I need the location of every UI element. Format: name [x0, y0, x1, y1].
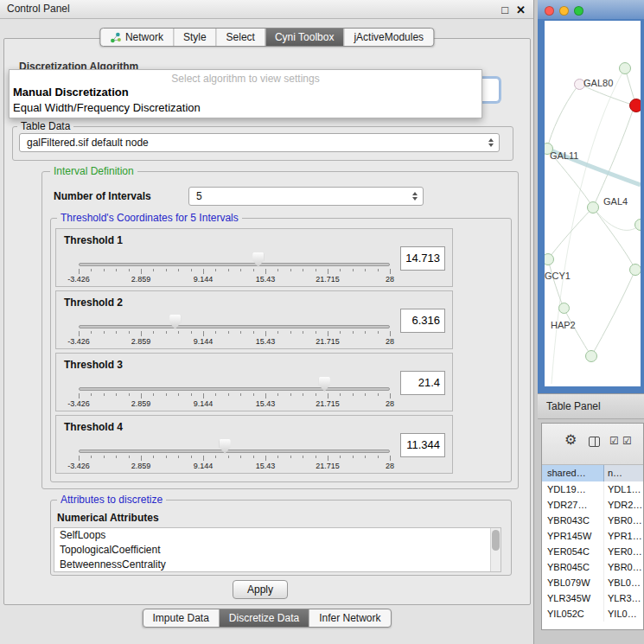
tab-discretize-data[interactable]: Discretize Data: [219, 609, 309, 627]
table-cell: YPR145W: [542, 528, 604, 544]
combo-stepper-icon: [409, 188, 420, 205]
threshold-slider-track[interactable]: [79, 387, 390, 391]
attributes-group-title: Attributes to discretize: [57, 494, 166, 506]
control-panel-titlebar: Control Panel □ ✕: [0, 0, 533, 19]
network-canvas[interactable]: GAL80 GAL11 GAL4 GCY1 HAP2: [545, 21, 641, 386]
threshold-value-field[interactable]: 11.344: [400, 433, 445, 457]
table-cell: YLR345W: [542, 590, 604, 606]
attributes-scrollbar[interactable]: [490, 528, 501, 571]
threshold-value-field[interactable]: 14.713: [400, 246, 445, 271]
table-row[interactable]: YIL052CYIL0…: [542, 606, 643, 622]
table-browser: ⚙ ☑ ☑ shared…n… YDL19…YDL1…YDR27…YDR2…YB…: [541, 423, 644, 630]
column-header[interactable]: n…: [604, 465, 643, 481]
attribute-list-item[interactable]: SelfLoops: [54, 528, 501, 543]
table-cell: YDR2…: [604, 497, 643, 513]
table-row[interactable]: YDL19…YDL1…: [542, 481, 643, 497]
tab-infer-network[interactable]: Infer Network: [309, 609, 390, 627]
slider-scale-labels: -3.4262.8599.14415.4321.71528: [79, 399, 390, 409]
select-none-icon[interactable]: ☑: [622, 436, 632, 446]
panel-title: Control Panel: [7, 3, 70, 15]
threshold-label: Threshold 2: [64, 296, 123, 309]
slider-scale-labels: -3.4262.8599.14415.4321.71528: [79, 337, 390, 347]
table-header-row: shared…n…: [542, 465, 643, 481]
tab-impute-data[interactable]: Impute Data: [143, 609, 218, 627]
slider-scale-labels: -3.4262.8599.14415.4321.71528: [79, 462, 390, 471]
table-row[interactable]: YER054CYER0…: [542, 544, 643, 559]
slider-scale-labels: -3.4262.8599.14415.4321.71528: [79, 275, 390, 284]
tab-label: Network: [125, 31, 163, 43]
table-cell: YDL19…: [542, 481, 604, 497]
dropdown-options: Manual DiscretizationEqual Width/Frequen…: [10, 85, 481, 116]
table-cell: YBR0…: [604, 513, 643, 528]
tab-network[interactable]: Network: [100, 29, 173, 46]
node-label: GAL11: [550, 150, 578, 161]
table-cell: YER0…: [604, 544, 643, 559]
attribute-list-item[interactable]: BetweennessCentrality: [54, 558, 501, 572]
tab-label: Style: [183, 31, 207, 43]
tab-jactivemodules[interactable]: jActiveModules: [343, 29, 433, 46]
threshold-slider-track[interactable]: [79, 325, 390, 328]
tab-cyni-toolbox[interactable]: Cyni Toolbox: [265, 29, 343, 46]
close-traffic-icon[interactable]: [545, 6, 554, 16]
network-node[interactable]: [587, 201, 599, 214]
attributes-listbox[interactable]: SelfLoopsTopologicalCoefficientBetweenne…: [54, 527, 501, 572]
table-data-title: Table Data: [17, 120, 73, 132]
table-cell: YBR045C: [542, 559, 604, 575]
algorithm-option[interactable]: Manual Discretization: [10, 85, 481, 100]
threshold-value-field[interactable]: 21.4: [400, 371, 445, 395]
network-node[interactable]: [585, 350, 597, 362]
tab-label: Discretize Data: [229, 612, 299, 624]
thresholds-group-title: Threshold's Coordinates for 5 Intervals: [57, 212, 242, 224]
scrollbar-thumb[interactable]: [492, 530, 500, 551]
table-rows: YDL19…YDL1…YDR27…YDR2…YBR043CYBR0…YPR145…: [542, 481, 643, 622]
table-row[interactable]: YLR345WYLR3…: [542, 590, 643, 606]
tab-style[interactable]: Style: [173, 29, 216, 46]
threshold-value-field[interactable]: 6.316: [400, 309, 445, 333]
threshold-slider-track[interactable]: [79, 263, 390, 266]
threshold-panel: Threshold 4 -3.4262.8599.14415.4321.7152…: [55, 415, 453, 474]
gear-icon[interactable]: ⚙: [564, 433, 577, 447]
control-panel: Control Panel □ ✕ NetworkStyleSelectCyni…: [0, 0, 534, 644]
table-row[interactable]: YBL079WYBL0…: [542, 575, 643, 590]
apply-button[interactable]: Apply: [233, 580, 288, 599]
number-of-intervals-combobox[interactable]: 5: [188, 187, 424, 206]
table-row[interactable]: YBR045CYBR0…: [542, 559, 643, 575]
table-row[interactable]: YBR043CYBR0…: [542, 513, 643, 528]
tab-label: Select: [226, 31, 255, 43]
threshold-label: Threshold 4: [64, 421, 123, 433]
network-node[interactable]: [558, 303, 570, 314]
table-cell: YBL079W: [542, 575, 604, 590]
table-row[interactable]: YDR27…YDR2…: [542, 497, 643, 513]
tab-label: Impute Data: [152, 612, 208, 624]
algorithm-option[interactable]: Equal Width/Frequency Discretization: [10, 100, 481, 116]
attribute-list-item[interactable]: TopologicalCoefficient: [54, 543, 501, 558]
float-icon[interactable]: □: [501, 1, 508, 19]
table-data-value: galFiltered.sif default node: [27, 137, 149, 149]
select-all-icon[interactable]: ☑: [609, 436, 619, 446]
minimize-traffic-icon[interactable]: [559, 6, 569, 16]
table-cell: YIL052C: [542, 606, 604, 622]
tab-select[interactable]: Select: [216, 29, 265, 46]
table-data-combobox[interactable]: galFiltered.sif default node: [19, 133, 500, 152]
close-icon[interactable]: ✕: [516, 1, 526, 19]
network-node[interactable]: [634, 219, 641, 231]
table-toolbar: ⚙ ☑ ☑: [542, 424, 643, 465]
column-header[interactable]: shared…: [542, 465, 604, 481]
node-label: HAP2: [551, 320, 576, 330]
table-cell: YER054C: [542, 544, 604, 559]
network-node[interactable]: [629, 264, 641, 276]
node-label: GAL4: [603, 196, 628, 207]
thresholds-container: Threshold 1 -3.4262.8599.14415.4321.7152…: [55, 228, 453, 474]
bottom-tab-strip: Impute DataDiscretize DataInfer Network: [142, 609, 391, 628]
zoom-traffic-icon[interactable]: [574, 6, 583, 16]
table-cell: YDR27…: [542, 497, 604, 513]
network-node-highlighted[interactable]: [629, 99, 641, 112]
numerical-attributes-heading: Numerical Attributes: [57, 512, 159, 524]
network-node[interactable]: [619, 62, 631, 74]
threshold-slider-track[interactable]: [79, 450, 390, 453]
table-cell: YBR0…: [604, 559, 643, 575]
table-row[interactable]: YPR145WYPR1…: [542, 528, 643, 544]
slider-ticks: [79, 269, 390, 275]
columns-icon[interactable]: [589, 437, 600, 447]
node-label: GCY1: [545, 271, 571, 281]
